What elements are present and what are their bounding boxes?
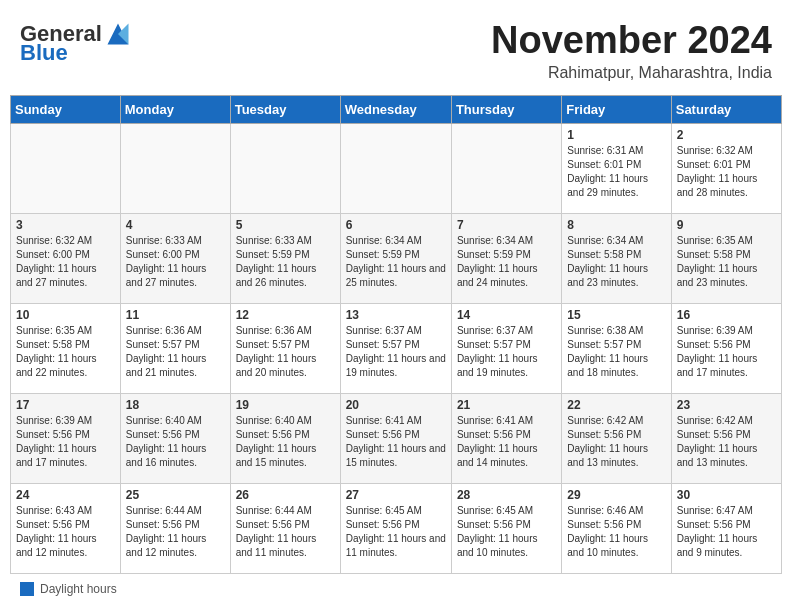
day-info: Sunrise: 6:44 AMSunset: 5:56 PMDaylight:… <box>126 504 225 560</box>
day-info: Sunrise: 6:33 AMSunset: 5:59 PMDaylight:… <box>236 234 335 290</box>
day-info: Sunrise: 6:36 AMSunset: 5:57 PMDaylight:… <box>236 324 335 380</box>
day-info: Sunrise: 6:46 AMSunset: 5:56 PMDaylight:… <box>567 504 665 560</box>
legend-color-box <box>20 582 34 596</box>
calendar-day-cell: 9Sunrise: 6:35 AMSunset: 5:58 PMDaylight… <box>671 213 781 303</box>
calendar-day-cell: 22Sunrise: 6:42 AMSunset: 5:56 PMDayligh… <box>562 393 671 483</box>
day-number: 11 <box>126 308 225 322</box>
day-number: 28 <box>457 488 556 502</box>
day-info: Sunrise: 6:40 AMSunset: 5:56 PMDaylight:… <box>236 414 335 470</box>
calendar-day-cell: 21Sunrise: 6:41 AMSunset: 5:56 PMDayligh… <box>451 393 561 483</box>
day-number: 1 <box>567 128 665 142</box>
day-number: 20 <box>346 398 446 412</box>
calendar-day-cell: 23Sunrise: 6:42 AMSunset: 5:56 PMDayligh… <box>671 393 781 483</box>
calendar-day-cell: 29Sunrise: 6:46 AMSunset: 5:56 PMDayligh… <box>562 483 671 573</box>
day-info: Sunrise: 6:35 AMSunset: 5:58 PMDaylight:… <box>677 234 776 290</box>
day-number: 6 <box>346 218 446 232</box>
day-info: Sunrise: 6:43 AMSunset: 5:56 PMDaylight:… <box>16 504 115 560</box>
day-number: 7 <box>457 218 556 232</box>
weekday-header-friday: Friday <box>562 95 671 123</box>
weekday-header-saturday: Saturday <box>671 95 781 123</box>
day-number: 21 <box>457 398 556 412</box>
weekday-header-thursday: Thursday <box>451 95 561 123</box>
page-header: General Blue November 2024 Rahimatpur, M… <box>10 10 782 87</box>
day-number: 24 <box>16 488 115 502</box>
day-number: 12 <box>236 308 335 322</box>
day-info: Sunrise: 6:33 AMSunset: 6:00 PMDaylight:… <box>126 234 225 290</box>
location: Rahimatpur, Maharashtra, India <box>491 64 772 82</box>
day-info: Sunrise: 6:39 AMSunset: 5:56 PMDaylight:… <box>677 324 776 380</box>
day-number: 2 <box>677 128 776 142</box>
empty-day-cell <box>340 123 451 213</box>
legend-label: Daylight hours <box>40 582 117 596</box>
logo-blue-text: Blue <box>20 40 68 66</box>
weekday-header-monday: Monday <box>120 95 230 123</box>
day-number: 14 <box>457 308 556 322</box>
day-number: 15 <box>567 308 665 322</box>
day-number: 5 <box>236 218 335 232</box>
empty-day-cell <box>120 123 230 213</box>
calendar-day-cell: 10Sunrise: 6:35 AMSunset: 5:58 PMDayligh… <box>11 303 121 393</box>
day-number: 23 <box>677 398 776 412</box>
day-number: 10 <box>16 308 115 322</box>
calendar-day-cell: 20Sunrise: 6:41 AMSunset: 5:56 PMDayligh… <box>340 393 451 483</box>
day-number: 8 <box>567 218 665 232</box>
calendar-day-cell: 26Sunrise: 6:44 AMSunset: 5:56 PMDayligh… <box>230 483 340 573</box>
calendar-day-cell: 19Sunrise: 6:40 AMSunset: 5:56 PMDayligh… <box>230 393 340 483</box>
calendar-day-cell: 11Sunrise: 6:36 AMSunset: 5:57 PMDayligh… <box>120 303 230 393</box>
day-info: Sunrise: 6:34 AMSunset: 5:59 PMDaylight:… <box>457 234 556 290</box>
calendar-day-cell: 27Sunrise: 6:45 AMSunset: 5:56 PMDayligh… <box>340 483 451 573</box>
title-block: November 2024 Rahimatpur, Maharashtra, I… <box>491 20 772 82</box>
calendar-day-cell: 4Sunrise: 6:33 AMSunset: 6:00 PMDaylight… <box>120 213 230 303</box>
calendar-day-cell: 24Sunrise: 6:43 AMSunset: 5:56 PMDayligh… <box>11 483 121 573</box>
day-info: Sunrise: 6:39 AMSunset: 5:56 PMDaylight:… <box>16 414 115 470</box>
calendar-week-row: 24Sunrise: 6:43 AMSunset: 5:56 PMDayligh… <box>11 483 782 573</box>
calendar-table: SundayMondayTuesdayWednesdayThursdayFrid… <box>10 95 782 574</box>
day-number: 25 <box>126 488 225 502</box>
calendar-week-row: 17Sunrise: 6:39 AMSunset: 5:56 PMDayligh… <box>11 393 782 483</box>
calendar-day-cell: 6Sunrise: 6:34 AMSunset: 5:59 PMDaylight… <box>340 213 451 303</box>
weekday-header-wednesday: Wednesday <box>340 95 451 123</box>
calendar-day-cell: 3Sunrise: 6:32 AMSunset: 6:00 PMDaylight… <box>11 213 121 303</box>
calendar-week-row: 1Sunrise: 6:31 AMSunset: 6:01 PMDaylight… <box>11 123 782 213</box>
empty-day-cell <box>451 123 561 213</box>
calendar-day-cell: 13Sunrise: 6:37 AMSunset: 5:57 PMDayligh… <box>340 303 451 393</box>
day-info: Sunrise: 6:37 AMSunset: 5:57 PMDaylight:… <box>457 324 556 380</box>
day-number: 3 <box>16 218 115 232</box>
day-info: Sunrise: 6:37 AMSunset: 5:57 PMDaylight:… <box>346 324 446 380</box>
day-info: Sunrise: 6:40 AMSunset: 5:56 PMDaylight:… <box>126 414 225 470</box>
logo-icon <box>104 20 132 48</box>
calendar-day-cell: 1Sunrise: 6:31 AMSunset: 6:01 PMDaylight… <box>562 123 671 213</box>
calendar-day-cell: 28Sunrise: 6:45 AMSunset: 5:56 PMDayligh… <box>451 483 561 573</box>
calendar-day-cell: 2Sunrise: 6:32 AMSunset: 6:01 PMDaylight… <box>671 123 781 213</box>
calendar-day-cell: 7Sunrise: 6:34 AMSunset: 5:59 PMDaylight… <box>451 213 561 303</box>
day-number: 16 <box>677 308 776 322</box>
calendar-day-cell: 17Sunrise: 6:39 AMSunset: 5:56 PMDayligh… <box>11 393 121 483</box>
day-info: Sunrise: 6:42 AMSunset: 5:56 PMDaylight:… <box>567 414 665 470</box>
weekday-header-sunday: Sunday <box>11 95 121 123</box>
calendar-day-cell: 5Sunrise: 6:33 AMSunset: 5:59 PMDaylight… <box>230 213 340 303</box>
day-number: 30 <box>677 488 776 502</box>
day-number: 19 <box>236 398 335 412</box>
day-info: Sunrise: 6:34 AMSunset: 5:59 PMDaylight:… <box>346 234 446 290</box>
day-info: Sunrise: 6:31 AMSunset: 6:01 PMDaylight:… <box>567 144 665 200</box>
day-number: 9 <box>677 218 776 232</box>
day-info: Sunrise: 6:34 AMSunset: 5:58 PMDaylight:… <box>567 234 665 290</box>
day-number: 13 <box>346 308 446 322</box>
month-title: November 2024 <box>491 20 772 62</box>
day-info: Sunrise: 6:41 AMSunset: 5:56 PMDaylight:… <box>346 414 446 470</box>
calendar-day-cell: 16Sunrise: 6:39 AMSunset: 5:56 PMDayligh… <box>671 303 781 393</box>
day-number: 4 <box>126 218 225 232</box>
day-info: Sunrise: 6:36 AMSunset: 5:57 PMDaylight:… <box>126 324 225 380</box>
day-info: Sunrise: 6:45 AMSunset: 5:56 PMDaylight:… <box>346 504 446 560</box>
calendar-day-cell: 30Sunrise: 6:47 AMSunset: 5:56 PMDayligh… <box>671 483 781 573</box>
calendar-day-cell: 25Sunrise: 6:44 AMSunset: 5:56 PMDayligh… <box>120 483 230 573</box>
day-info: Sunrise: 6:47 AMSunset: 5:56 PMDaylight:… <box>677 504 776 560</box>
weekday-header-tuesday: Tuesday <box>230 95 340 123</box>
empty-day-cell <box>230 123 340 213</box>
day-info: Sunrise: 6:42 AMSunset: 5:56 PMDaylight:… <box>677 414 776 470</box>
day-number: 27 <box>346 488 446 502</box>
calendar-week-row: 10Sunrise: 6:35 AMSunset: 5:58 PMDayligh… <box>11 303 782 393</box>
calendar-week-row: 3Sunrise: 6:32 AMSunset: 6:00 PMDaylight… <box>11 213 782 303</box>
day-info: Sunrise: 6:41 AMSunset: 5:56 PMDaylight:… <box>457 414 556 470</box>
day-info: Sunrise: 6:32 AMSunset: 6:01 PMDaylight:… <box>677 144 776 200</box>
